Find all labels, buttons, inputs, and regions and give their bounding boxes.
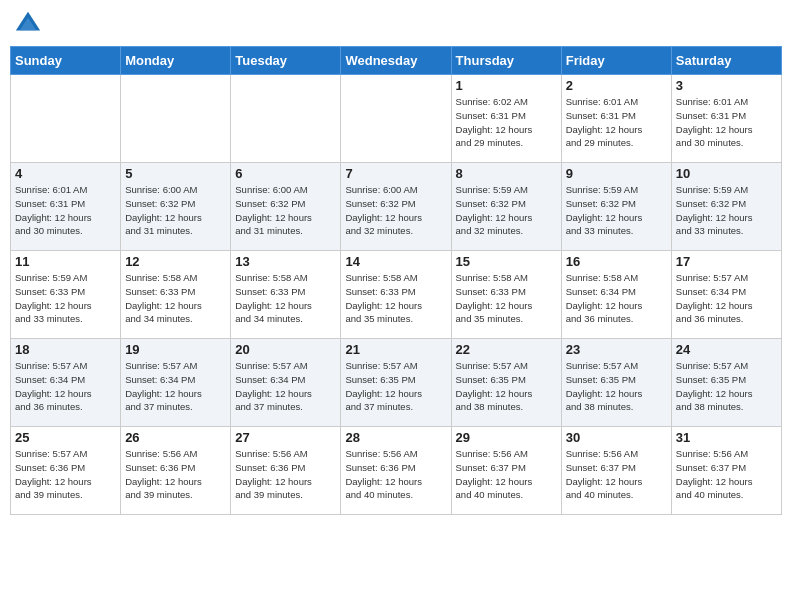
header-wednesday: Wednesday [341,47,451,75]
header-thursday: Thursday [451,47,561,75]
day-info: Sunrise: 5:59 AM Sunset: 6:33 PM Dayligh… [15,271,116,326]
week-row-4: 18Sunrise: 5:57 AM Sunset: 6:34 PM Dayli… [11,339,782,427]
day-info: Sunrise: 5:56 AM Sunset: 6:36 PM Dayligh… [125,447,226,502]
day-info: Sunrise: 5:57 AM Sunset: 6:35 PM Dayligh… [456,359,557,414]
day-info: Sunrise: 5:59 AM Sunset: 6:32 PM Dayligh… [456,183,557,238]
day-number: 13 [235,254,336,269]
day-cell: 16Sunrise: 5:58 AM Sunset: 6:34 PM Dayli… [561,251,671,339]
day-info: Sunrise: 5:57 AM Sunset: 6:34 PM Dayligh… [15,359,116,414]
logo [14,10,44,38]
day-cell: 27Sunrise: 5:56 AM Sunset: 6:36 PM Dayli… [231,427,341,515]
day-info: Sunrise: 6:00 AM Sunset: 6:32 PM Dayligh… [125,183,226,238]
day-cell: 7Sunrise: 6:00 AM Sunset: 6:32 PM Daylig… [341,163,451,251]
day-cell: 5Sunrise: 6:00 AM Sunset: 6:32 PM Daylig… [121,163,231,251]
day-cell: 15Sunrise: 5:58 AM Sunset: 6:33 PM Dayli… [451,251,561,339]
day-info: Sunrise: 5:56 AM Sunset: 6:37 PM Dayligh… [566,447,667,502]
day-cell [341,75,451,163]
day-number: 24 [676,342,777,357]
day-number: 9 [566,166,667,181]
day-info: Sunrise: 5:58 AM Sunset: 6:34 PM Dayligh… [566,271,667,326]
day-info: Sunrise: 5:59 AM Sunset: 6:32 PM Dayligh… [566,183,667,238]
day-cell: 23Sunrise: 5:57 AM Sunset: 6:35 PM Dayli… [561,339,671,427]
header-friday: Friday [561,47,671,75]
day-number: 2 [566,78,667,93]
day-info: Sunrise: 6:00 AM Sunset: 6:32 PM Dayligh… [235,183,336,238]
day-number: 27 [235,430,336,445]
day-cell: 21Sunrise: 5:57 AM Sunset: 6:35 PM Dayli… [341,339,451,427]
day-number: 4 [15,166,116,181]
day-info: Sunrise: 5:58 AM Sunset: 6:33 PM Dayligh… [456,271,557,326]
day-info: Sunrise: 5:56 AM Sunset: 6:37 PM Dayligh… [456,447,557,502]
day-number: 20 [235,342,336,357]
day-number: 22 [456,342,557,357]
day-cell: 19Sunrise: 5:57 AM Sunset: 6:34 PM Dayli… [121,339,231,427]
day-cell: 28Sunrise: 5:56 AM Sunset: 6:36 PM Dayli… [341,427,451,515]
day-info: Sunrise: 5:57 AM Sunset: 6:36 PM Dayligh… [15,447,116,502]
header-monday: Monday [121,47,231,75]
day-number: 5 [125,166,226,181]
day-number: 26 [125,430,226,445]
day-info: Sunrise: 5:57 AM Sunset: 6:34 PM Dayligh… [235,359,336,414]
day-info: Sunrise: 5:56 AM Sunset: 6:36 PM Dayligh… [235,447,336,502]
day-cell: 3Sunrise: 6:01 AM Sunset: 6:31 PM Daylig… [671,75,781,163]
day-number: 15 [456,254,557,269]
day-number: 17 [676,254,777,269]
day-cell [11,75,121,163]
day-cell: 31Sunrise: 5:56 AM Sunset: 6:37 PM Dayli… [671,427,781,515]
week-row-5: 25Sunrise: 5:57 AM Sunset: 6:36 PM Dayli… [11,427,782,515]
day-number: 19 [125,342,226,357]
day-info: Sunrise: 5:57 AM Sunset: 6:35 PM Dayligh… [676,359,777,414]
day-cell: 30Sunrise: 5:56 AM Sunset: 6:37 PM Dayli… [561,427,671,515]
day-info: Sunrise: 6:01 AM Sunset: 6:31 PM Dayligh… [566,95,667,150]
day-info: Sunrise: 5:56 AM Sunset: 6:37 PM Dayligh… [676,447,777,502]
day-number: 16 [566,254,667,269]
day-cell: 9Sunrise: 5:59 AM Sunset: 6:32 PM Daylig… [561,163,671,251]
calendar-table: SundayMondayTuesdayWednesdayThursdayFrid… [10,46,782,515]
day-cell: 8Sunrise: 5:59 AM Sunset: 6:32 PM Daylig… [451,163,561,251]
day-number: 11 [15,254,116,269]
day-info: Sunrise: 6:02 AM Sunset: 6:31 PM Dayligh… [456,95,557,150]
day-number: 29 [456,430,557,445]
day-cell: 26Sunrise: 5:56 AM Sunset: 6:36 PM Dayli… [121,427,231,515]
day-cell: 6Sunrise: 6:00 AM Sunset: 6:32 PM Daylig… [231,163,341,251]
week-row-2: 4Sunrise: 6:01 AM Sunset: 6:31 PM Daylig… [11,163,782,251]
day-number: 14 [345,254,446,269]
logo-icon [14,10,42,38]
day-info: Sunrise: 5:58 AM Sunset: 6:33 PM Dayligh… [235,271,336,326]
day-info: Sunrise: 5:57 AM Sunset: 6:35 PM Dayligh… [345,359,446,414]
day-cell: 1Sunrise: 6:02 AM Sunset: 6:31 PM Daylig… [451,75,561,163]
day-info: Sunrise: 6:01 AM Sunset: 6:31 PM Dayligh… [15,183,116,238]
day-info: Sunrise: 5:57 AM Sunset: 6:34 PM Dayligh… [125,359,226,414]
day-number: 6 [235,166,336,181]
day-cell: 12Sunrise: 5:58 AM Sunset: 6:33 PM Dayli… [121,251,231,339]
day-number: 7 [345,166,446,181]
day-cell: 13Sunrise: 5:58 AM Sunset: 6:33 PM Dayli… [231,251,341,339]
day-info: Sunrise: 5:58 AM Sunset: 6:33 PM Dayligh… [125,271,226,326]
day-number: 3 [676,78,777,93]
day-number: 30 [566,430,667,445]
day-cell: 4Sunrise: 6:01 AM Sunset: 6:31 PM Daylig… [11,163,121,251]
day-number: 1 [456,78,557,93]
header-saturday: Saturday [671,47,781,75]
day-cell: 14Sunrise: 5:58 AM Sunset: 6:33 PM Dayli… [341,251,451,339]
day-cell [121,75,231,163]
day-cell [231,75,341,163]
day-cell: 11Sunrise: 5:59 AM Sunset: 6:33 PM Dayli… [11,251,121,339]
header-row: SundayMondayTuesdayWednesdayThursdayFrid… [11,47,782,75]
day-info: Sunrise: 5:56 AM Sunset: 6:36 PM Dayligh… [345,447,446,502]
day-cell: 18Sunrise: 5:57 AM Sunset: 6:34 PM Dayli… [11,339,121,427]
header-tuesday: Tuesday [231,47,341,75]
day-number: 28 [345,430,446,445]
day-number: 18 [15,342,116,357]
day-number: 10 [676,166,777,181]
day-info: Sunrise: 5:57 AM Sunset: 6:35 PM Dayligh… [566,359,667,414]
day-number: 25 [15,430,116,445]
day-cell: 2Sunrise: 6:01 AM Sunset: 6:31 PM Daylig… [561,75,671,163]
day-number: 8 [456,166,557,181]
day-info: Sunrise: 5:59 AM Sunset: 6:32 PM Dayligh… [676,183,777,238]
day-info: Sunrise: 6:01 AM Sunset: 6:31 PM Dayligh… [676,95,777,150]
page-header [10,10,782,38]
week-row-1: 1Sunrise: 6:02 AM Sunset: 6:31 PM Daylig… [11,75,782,163]
day-number: 31 [676,430,777,445]
day-cell: 24Sunrise: 5:57 AM Sunset: 6:35 PM Dayli… [671,339,781,427]
